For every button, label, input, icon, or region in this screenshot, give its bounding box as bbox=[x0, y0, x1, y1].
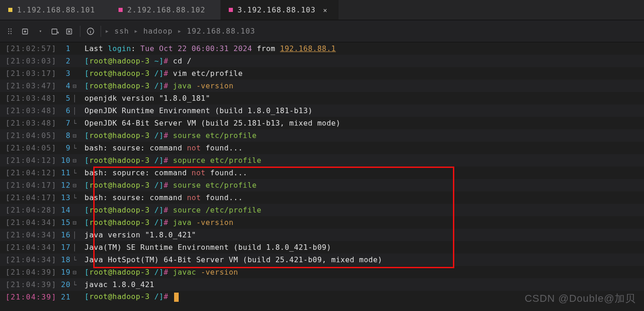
terminal-row: [21:03:48]5│openjdk version "1.8.0_181" bbox=[0, 92, 644, 104]
breadcrumb-ip: 192.168.88.103 bbox=[187, 27, 255, 35]
terminal-row: [21:04:28]14[root@hadoop-3 /]# source /e… bbox=[0, 204, 644, 216]
breadcrumb-host: hadoop bbox=[143, 27, 173, 35]
chevron-right-icon: ▶ bbox=[178, 29, 181, 34]
breadcrumb-ssh: ssh bbox=[114, 27, 129, 35]
line-number: 20 bbox=[55, 280, 73, 289]
timestamp: [21:04:05] bbox=[0, 131, 55, 140]
terminal-output[interactable]: [21:02:57]1Last login: Tue Oct 22 06:00:… bbox=[0, 42, 644, 303]
terminal-text: [root@hadoop-3 ~]# cd / bbox=[85, 57, 192, 65]
line-number: 1 bbox=[55, 44, 73, 53]
chevron-down-icon[interactable]: ▾ bbox=[36, 27, 45, 36]
fold-gutter[interactable]: ⊟ bbox=[73, 82, 85, 90]
line-number: 11 bbox=[55, 168, 73, 177]
close-icon[interactable]: ✕ bbox=[320, 5, 330, 15]
terminal-text: [root@hadoop-3 /]# sourse etc/profile bbox=[85, 131, 257, 140]
terminal-text: [root@hadoop-3 /]# bbox=[85, 292, 179, 302]
tab-host-3[interactable]: 3.192.168.88.103 ✕ bbox=[220, 0, 339, 20]
fold-gutter[interactable]: │ bbox=[73, 107, 85, 115]
timestamp: [21:04:39] bbox=[0, 293, 55, 301]
line-number: 15 bbox=[55, 218, 73, 227]
terminal-row: [21:03:47]4⊟[root@hadoop-3 /]# java -ver… bbox=[0, 80, 644, 92]
info-icon[interactable] bbox=[86, 27, 95, 36]
terminal-text: OpenJDK Runtime Environment (build 1.8.0… bbox=[85, 106, 313, 115]
fold-gutter[interactable]: └ bbox=[73, 256, 85, 264]
breadcrumb[interactable]: ▶ ssh ▶ hadoop ▶ 192.168.88.103 bbox=[106, 27, 255, 35]
fold-gutter[interactable]: └ bbox=[73, 144, 85, 152]
fold-gutter[interactable]: ⊟ bbox=[73, 219, 85, 226]
fold-gutter[interactable]: ⊟ bbox=[73, 157, 85, 164]
toolbar-icons: ▾ bbox=[6, 26, 101, 37]
timestamp: [21:04:39] bbox=[0, 280, 55, 289]
svg-point-4 bbox=[11, 31, 11, 31]
line-number: 12 bbox=[55, 181, 73, 190]
terminal-row: [21:04:39]20└javac 1.8.0_421 bbox=[0, 278, 644, 291]
line-number: 17 bbox=[55, 243, 73, 252]
timestamp: [21:04:34] bbox=[0, 255, 55, 264]
terminal-row: [21:04:05]8⊟[root@hadoop-3 /]# sourse et… bbox=[0, 129, 644, 142]
terminal-text: [root@hadoop-3 /]# javac -version bbox=[85, 268, 238, 276]
line-number: 9 bbox=[55, 144, 73, 152]
terminal-row: [21:04:12]10⊟[root@hadoop-3 /]# sopurce … bbox=[0, 154, 644, 167]
svg-point-0 bbox=[8, 29, 9, 29]
duplicate-icon[interactable] bbox=[51, 27, 60, 36]
line-number: 10 bbox=[55, 156, 73, 165]
line-number: 2 bbox=[55, 57, 73, 65]
svg-point-5 bbox=[11, 33, 11, 34]
svg-point-3 bbox=[11, 29, 11, 29]
terminal-text: [root@hadoop-3 /]# source /etc/profile bbox=[85, 206, 261, 214]
terminal-row: [21:04:34]16│java version "1.8.0_421" bbox=[0, 229, 644, 241]
close-all-icon[interactable] bbox=[65, 27, 74, 36]
timestamp: [21:03:48] bbox=[0, 106, 55, 115]
grip-icon[interactable] bbox=[6, 27, 16, 36]
timestamp: [21:03:17] bbox=[0, 69, 55, 78]
fold-gutter[interactable]: └ bbox=[73, 120, 85, 127]
tab-host-1[interactable]: 1.192.168.88.101 bbox=[0, 0, 110, 20]
timestamp: [21:03:03] bbox=[0, 57, 55, 65]
fold-gutter[interactable]: └ bbox=[73, 194, 85, 202]
terminal-row: [21:03:03]2[root@hadoop-3 ~]# cd / bbox=[0, 55, 644, 67]
tab-host-2[interactable]: 2.192.168.88.102 bbox=[110, 0, 220, 20]
fold-gutter[interactable]: │ bbox=[73, 95, 85, 102]
line-number: 14 bbox=[55, 206, 73, 214]
line-number: 19 bbox=[55, 268, 73, 276]
line-number: 21 bbox=[55, 293, 73, 301]
terminal-text: bash: sourse: command not found... bbox=[85, 193, 243, 202]
terminal-text: bash: sourse: command not found... bbox=[85, 144, 243, 152]
terminal-text: openjdk version "1.8.0_181" bbox=[85, 94, 210, 103]
fold-gutter[interactable]: └ bbox=[73, 169, 85, 177]
line-number: 7 bbox=[55, 119, 73, 127]
timestamp: [21:04:39] bbox=[0, 268, 55, 276]
terminal-text: OpenJDK 64-Bit Server VM (build 25.181-b… bbox=[85, 119, 340, 127]
timestamp: [21:04:34] bbox=[0, 243, 55, 252]
chevron-right-icon: ▶ bbox=[135, 29, 138, 34]
timestamp: [21:04:34] bbox=[0, 218, 55, 227]
new-tab-icon[interactable] bbox=[21, 27, 30, 36]
svg-point-2 bbox=[8, 33, 9, 34]
terminal-text: Java HotSpot(TM) 64-Bit Server VM (build… bbox=[85, 255, 383, 264]
tab-label: 2.192.168.88.102 bbox=[127, 6, 205, 14]
fold-gutter[interactable]: ⊟ bbox=[73, 132, 85, 139]
fold-gutter[interactable]: ⊟ bbox=[73, 269, 85, 276]
timestamp: [21:03:48] bbox=[0, 94, 55, 103]
terminal-row: [21:04:17]12⊟[root@hadoop-3 /]# sourse e… bbox=[0, 179, 644, 191]
tab-bar: 1.192.168.88.101 2.192.168.88.102 3.192.… bbox=[0, 0, 644, 20]
line-number: 13 bbox=[55, 193, 73, 202]
terminal-row: [21:03:48]6│OpenJDK Runtime Environment … bbox=[0, 104, 644, 117]
fold-gutter[interactable]: │ bbox=[73, 244, 85, 251]
fold-gutter[interactable]: │ bbox=[73, 231, 85, 239]
line-number: 6 bbox=[55, 106, 73, 115]
terminal-row: [21:04:39]19⊟[root@hadoop-3 /]# javac -v… bbox=[0, 266, 644, 278]
terminal-row: [21:04:05]9└bash: sourse: command not fo… bbox=[0, 142, 644, 154]
status-dot-icon bbox=[119, 8, 123, 12]
terminal-text: bash: sopurce: command not found... bbox=[85, 168, 248, 177]
terminal-row: [21:03:17]3[root@hadoop-3 /]# vim etc/pr… bbox=[0, 67, 644, 80]
timestamp: [21:03:48] bbox=[0, 119, 55, 127]
terminal-row: [21:04:12]11└bash: sopurce: command not … bbox=[0, 167, 644, 179]
timestamp: [21:04:12] bbox=[0, 168, 55, 177]
line-number: 18 bbox=[55, 255, 73, 264]
fold-gutter[interactable]: ⊟ bbox=[73, 182, 85, 189]
fold-gutter[interactable]: └ bbox=[73, 281, 85, 288]
terminal-text: Last login: Tue Oct 22 06:00:31 2024 fro… bbox=[85, 44, 336, 53]
terminal-text: [root@hadoop-3 /]# java -version bbox=[85, 81, 233, 90]
chevron-right-icon: ▶ bbox=[106, 29, 109, 34]
